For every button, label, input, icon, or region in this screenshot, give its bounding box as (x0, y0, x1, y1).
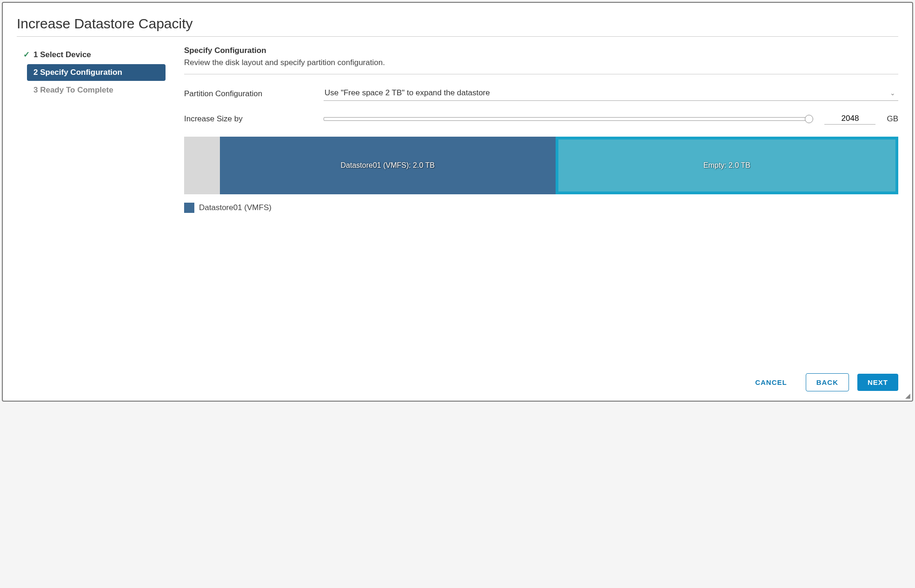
increase-size-unit: GB (887, 114, 898, 124)
disk-segment-empty: Empty: 2.0 TB (556, 137, 898, 194)
increase-size-row: Increase Size by GB (184, 113, 898, 125)
partition-config-row: Partition Configuration Use "Free space … (184, 86, 898, 101)
slider-track (324, 117, 808, 121)
step-label: 2 Specify Configuration (33, 68, 122, 77)
step-content: Specify Configuration Review the disk la… (175, 46, 898, 364)
wizard-dialog: Increase Datastore Capacity ✓ 1 Select D… (2, 2, 913, 402)
increase-size-label: Increase Size by (184, 114, 324, 124)
section-subtitle: Review the disk layout and specify parti… (184, 58, 898, 74)
disk-layout-bar: Datastore01 (VMFS): 2.0 TB Empty: 2.0 TB (184, 137, 898, 194)
increase-size-input[interactable] (824, 113, 875, 125)
step-label: 3 Ready To Complete (33, 86, 113, 95)
increase-size-slider[interactable] (324, 117, 813, 121)
disk-legend: Datastore01 (VMFS) (184, 203, 898, 213)
disk-segment-reserved (184, 137, 220, 194)
wizard-steps-nav: ✓ 1 Select Device 2 Specify Configuratio… (17, 46, 175, 364)
dialog-footer: CANCEL BACK NEXT (17, 364, 898, 391)
step-ready-to-complete: 3 Ready To Complete (27, 82, 166, 99)
legend-label-datastore: Datastore01 (VMFS) (199, 203, 272, 212)
resize-grip-icon[interactable]: ◢ (905, 392, 910, 399)
chevron-down-icon: ⌄ (890, 89, 895, 97)
section-title: Specify Configuration (184, 46, 898, 55)
cancel-button[interactable]: CANCEL (745, 374, 797, 391)
dialog-title: Increase Datastore Capacity (17, 16, 898, 37)
partition-config-label: Partition Configuration (184, 89, 324, 99)
dialog-body: ✓ 1 Select Device 2 Specify Configuratio… (17, 37, 898, 364)
disk-segment-datastore: Datastore01 (VMFS): 2.0 TB (220, 137, 556, 194)
next-button[interactable]: NEXT (857, 374, 898, 391)
partition-config-value: Use "Free space 2 TB" to expand the data… (325, 88, 490, 98)
step-label: 1 Select Device (33, 50, 91, 59)
disk-segment-datastore-label: Datastore01 (VMFS): 2.0 TB (341, 161, 435, 170)
step-specify-configuration[interactable]: 2 Specify Configuration (27, 64, 166, 81)
disk-segment-empty-label: Empty: 2.0 TB (703, 161, 750, 170)
partition-config-select[interactable]: Use "Free space 2 TB" to expand the data… (324, 86, 898, 101)
legend-swatch-datastore (184, 203, 194, 213)
step-select-device[interactable]: ✓ 1 Select Device (17, 46, 166, 63)
back-button[interactable]: BACK (806, 373, 849, 391)
slider-thumb[interactable] (805, 115, 813, 123)
checkmark-icon: ✓ (23, 50, 30, 59)
